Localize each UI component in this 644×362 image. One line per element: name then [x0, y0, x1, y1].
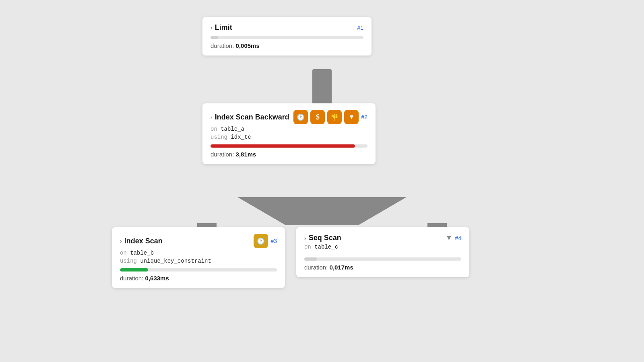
- ss-on-value: table_c: [314, 244, 338, 250]
- ss-duration: duration: 0,017ms: [304, 264, 461, 271]
- is-badges: 🕐 #3: [254, 234, 277, 248]
- ss-chevron-icon: ›: [304, 235, 306, 241]
- seq-scan-node: › Seq Scan ▼ #4 on table_c duration: 0,0…: [296, 227, 469, 277]
- limit-duration-label: duration:: [211, 42, 234, 49]
- is-progress-fill: [120, 268, 148, 272]
- svg-marker-1: [237, 197, 407, 225]
- isb-title: Index Scan Backward: [215, 113, 289, 121]
- is-clock-badge: 🕐: [254, 234, 268, 248]
- isb-filter-badge: ▼: [344, 110, 359, 124]
- isb-duration-value: 3,81ms: [236, 151, 256, 158]
- is-on-value: table_b: [130, 250, 154, 256]
- ss-on-label: on: [304, 244, 311, 250]
- is-duration-value: 0,633ms: [145, 275, 169, 282]
- isb-header: › Index Scan Backward 🕐 $ 👎 ▼ #2: [211, 110, 367, 124]
- isb-progress-fill: [211, 144, 355, 148]
- is-on-meta: on table_b: [120, 250, 277, 256]
- isb-using-label: using: [211, 134, 227, 140]
- ss-duration-value: 0,017ms: [330, 264, 353, 271]
- limit-chevron-icon: ›: [211, 25, 213, 31]
- isb-on-value: table_a: [221, 126, 244, 132]
- isb-dollar-badge: $: [310, 110, 325, 124]
- limit-title-row: › Limit: [211, 23, 232, 32]
- isb-clock-badge: 🕐: [293, 110, 308, 124]
- index-scan-backward-node: › Index Scan Backward 🕐 $ 👎 ▼ #2 on tabl…: [202, 103, 376, 164]
- limit-node: › Limit #1 duration: 0,005ms: [202, 17, 372, 56]
- ss-title: Seq Scan: [309, 234, 341, 242]
- isb-thumbsdown-badge: 👎: [327, 110, 342, 124]
- is-using-meta: using unique_key_constraint: [120, 258, 277, 264]
- ss-on-meta: on table_c: [304, 244, 461, 250]
- limit-duration-value: 0,005ms: [236, 42, 260, 49]
- isb-on-meta: on table_a: [211, 126, 367, 132]
- isb-on-label: on: [211, 126, 217, 132]
- isb-using-value: idx_tc: [231, 134, 251, 140]
- index-scan-node: › Index Scan 🕐 #3 on table_b using uniqu…: [112, 227, 285, 288]
- is-link[interactable]: #3: [270, 238, 277, 244]
- limit-header: › Limit #1: [211, 23, 363, 32]
- limit-duration: duration: 0,005ms: [211, 42, 363, 49]
- is-duration: duration: 0,633ms: [120, 275, 277, 282]
- ss-filter-icon: ▼: [446, 234, 453, 242]
- isb-badges: 🕐 $ 👎 ▼ #2: [293, 110, 367, 124]
- is-header: › Index Scan 🕐 #3: [120, 234, 277, 248]
- ss-progress-track: [304, 257, 461, 261]
- isb-chevron-icon: ›: [211, 114, 213, 120]
- is-chevron-icon: ›: [120, 238, 122, 244]
- isb-duration-label: duration:: [211, 151, 234, 158]
- ss-progress-fill: [304, 257, 317, 261]
- is-using-value: unique_key_constraint: [140, 258, 211, 264]
- is-using-label: using: [120, 258, 137, 264]
- isb-using-meta: using idx_tc: [211, 134, 367, 140]
- is-duration-label: duration:: [120, 275, 143, 282]
- ss-header: › Seq Scan ▼ #4: [304, 234, 461, 242]
- is-progress-track: [120, 268, 277, 272]
- isb-progress-track: [211, 144, 367, 148]
- ss-link[interactable]: #4: [455, 235, 461, 241]
- isb-title-row: › Index Scan Backward: [211, 113, 289, 121]
- query-plan-canvas: › Limit #1 duration: 0,005ms › Index Sca…: [0, 0, 644, 362]
- limit-progress-fill: [211, 36, 218, 39]
- is-title-row: › Index Scan: [120, 237, 163, 245]
- ss-duration-label: duration:: [304, 264, 328, 271]
- ss-title-row: › Seq Scan: [304, 234, 341, 242]
- is-title: Index Scan: [124, 237, 163, 245]
- is-on-label: on: [120, 250, 127, 256]
- isb-duration: duration: 3,81ms: [211, 151, 367, 158]
- limit-link[interactable]: #1: [357, 25, 363, 31]
- limit-progress-track: [211, 36, 363, 39]
- limit-title: Limit: [215, 23, 232, 32]
- ss-badges: ▼ #4: [446, 234, 461, 242]
- isb-link[interactable]: #2: [361, 114, 367, 120]
